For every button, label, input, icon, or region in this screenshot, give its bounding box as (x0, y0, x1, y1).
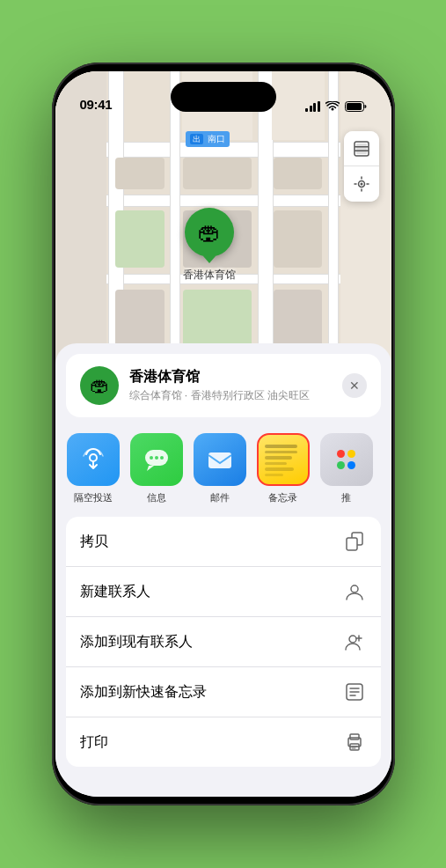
notes-label: 备忘录 (268, 491, 297, 504)
svg-rect-15 (347, 538, 357, 550)
venue-card: 🏟 香港体育馆 综合体育馆 · 香港特别行政区 油尖旺区 ✕ (66, 354, 381, 417)
copy-label: 拷贝 (80, 533, 108, 551)
bottom-sheet: 🏟 香港体育馆 综合体育馆 · 香港特别行政区 油尖旺区 ✕ (55, 343, 391, 797)
airdrop-share[interactable]: 隔空投送 (66, 433, 121, 504)
svg-point-7 (360, 183, 362, 186)
quick-note-action[interactable]: 添加到新快速备忘录 (66, 667, 381, 717)
add-to-contact-action[interactable]: 添加到现有联系人 (66, 617, 381, 667)
svg-point-17 (349, 636, 356, 643)
new-contact-action[interactable]: 新建联系人 (66, 567, 381, 617)
venue-card-name: 香港体育馆 (129, 368, 332, 386)
share-apps-row: 隔空投送 信息 (55, 424, 391, 513)
status-icons (305, 101, 367, 112)
new-contact-label: 新建联系人 (80, 583, 150, 601)
svg-rect-1 (347, 103, 362, 110)
svg-rect-4 (355, 146, 369, 148)
more-icon (320, 433, 373, 486)
copy-action[interactable]: 拷贝 (66, 517, 381, 567)
pin-emoji: 🏟 (198, 219, 221, 246)
map-location-button[interactable] (344, 166, 379, 202)
messages-label: 信息 (147, 491, 166, 504)
close-button[interactable]: ✕ (342, 373, 367, 398)
quick-note-label: 添加到新快速备忘录 (80, 683, 207, 702)
mail-icon (194, 433, 246, 486)
svg-rect-25 (350, 734, 359, 739)
print-action[interactable]: 打印 (66, 717, 381, 767)
messages-icon (130, 433, 183, 486)
pin-label: 香港体育馆 (183, 268, 236, 283)
map-controls[interactable] (344, 131, 379, 202)
print-icon (342, 730, 367, 754)
venue-pin[interactable]: 🏟 香港体育馆 (183, 208, 236, 283)
notes-share[interactable]: 备忘录 (256, 433, 311, 504)
notes-icon (257, 433, 310, 486)
print-label: 打印 (80, 733, 108, 752)
copy-icon (342, 529, 367, 554)
pin-circle: 🏟 (185, 208, 234, 257)
wifi-icon (325, 101, 340, 112)
airdrop-label: 隔空投送 (74, 491, 113, 504)
svg-rect-3 (356, 143, 367, 154)
venue-card-info: 香港体育馆 综合体育馆 · 香港特别行政区 油尖旺区 (129, 368, 332, 403)
venue-card-description: 综合体育馆 · 香港特别行政区 油尖旺区 (129, 388, 332, 403)
svg-rect-5 (355, 150, 369, 151)
quick-note-icon (342, 680, 367, 704)
new-contact-icon (342, 579, 367, 604)
svg-point-12 (160, 456, 164, 460)
status-time: 09:41 (80, 97, 113, 112)
svg-rect-13 (208, 452, 231, 468)
more-share[interactable]: 推 (319, 433, 374, 504)
svg-point-10 (150, 456, 153, 460)
map-exit-label: 出 南口 (186, 131, 230, 147)
add-contact-icon (342, 629, 367, 654)
add-to-contact-label: 添加到现有联系人 (80, 633, 193, 651)
dynamic-island (171, 82, 276, 112)
battery-icon (345, 101, 367, 112)
messages-share[interactable]: 信息 (129, 433, 184, 504)
mail-label: 邮件 (210, 491, 230, 504)
svg-point-16 (351, 585, 358, 592)
action-list: 拷贝 新建联系人 (66, 517, 381, 767)
phone-frame: 09:41 (52, 63, 395, 805)
mail-share[interactable]: 邮件 (193, 433, 247, 504)
svg-point-8 (90, 454, 97, 461)
more-label: 推 (341, 491, 351, 504)
map-layers-button[interactable] (344, 131, 379, 166)
phone-screen: 09:41 (55, 71, 391, 797)
venue-card-icon: 🏟 (80, 366, 119, 405)
airdrop-icon (67, 433, 120, 486)
signal-icon (305, 101, 320, 112)
svg-point-11 (155, 456, 158, 460)
